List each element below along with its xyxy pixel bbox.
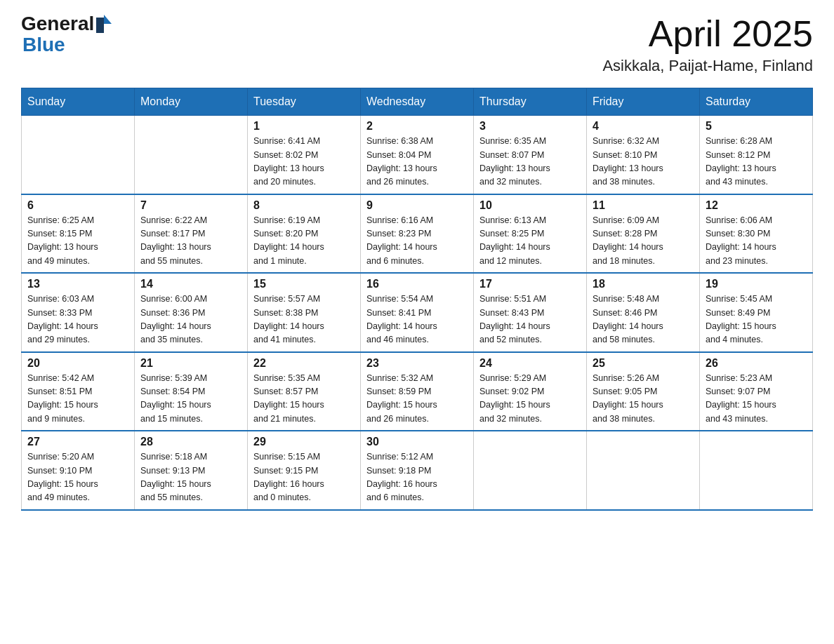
day-info: Sunrise: 6:09 AMSunset: 8:28 PMDaylight:… bbox=[593, 214, 694, 269]
day-number: 29 bbox=[253, 436, 355, 448]
calendar-header-friday: Friday bbox=[587, 88, 700, 116]
day-info: Sunrise: 5:39 AMSunset: 8:54 PMDaylight:… bbox=[140, 372, 241, 427]
day-info: Sunrise: 5:51 AMSunset: 8:43 PMDaylight:… bbox=[479, 293, 581, 347]
logo-general: General bbox=[21, 14, 112, 34]
calendar-cell: 19Sunrise: 5:45 AMSunset: 8:49 PMDayligh… bbox=[700, 273, 813, 352]
day-info: Sunrise: 5:12 AMSunset: 9:18 PMDaylight:… bbox=[366, 450, 468, 505]
day-info: Sunrise: 5:35 AMSunset: 8:57 PMDaylight:… bbox=[253, 372, 355, 427]
day-number: 20 bbox=[27, 357, 128, 370]
calendar-cell: 25Sunrise: 5:26 AMSunset: 9:05 PMDayligh… bbox=[587, 352, 700, 431]
day-info: Sunrise: 5:18 AMSunset: 9:13 PMDaylight:… bbox=[140, 450, 241, 505]
day-number: 7 bbox=[140, 199, 241, 212]
day-info: Sunrise: 5:57 AMSunset: 8:38 PMDaylight:… bbox=[253, 293, 355, 347]
day-info: Sunrise: 6:25 AMSunset: 8:15 PMDaylight:… bbox=[27, 214, 128, 269]
day-info: Sunrise: 5:32 AMSunset: 8:59 PMDaylight:… bbox=[366, 372, 468, 427]
day-number: 27 bbox=[27, 436, 128, 448]
day-number: 25 bbox=[593, 357, 694, 370]
calendar-header-sunday: Sunday bbox=[22, 88, 135, 116]
calendar-cell: 20Sunrise: 5:42 AMSunset: 8:51 PMDayligh… bbox=[22, 352, 135, 431]
day-number: 28 bbox=[140, 436, 241, 448]
day-number: 17 bbox=[479, 278, 581, 290]
calendar-cell: 29Sunrise: 5:15 AMSunset: 9:15 PMDayligh… bbox=[248, 431, 361, 510]
day-info: Sunrise: 6:41 AMSunset: 8:02 PMDaylight:… bbox=[253, 135, 355, 189]
calendar-cell bbox=[135, 116, 248, 194]
logo-blue: Blue bbox=[21, 35, 65, 55]
calendar-cell: 7Sunrise: 6:22 AMSunset: 8:17 PMDaylight… bbox=[135, 194, 248, 274]
day-info: Sunrise: 6:13 AMSunset: 8:25 PMDaylight:… bbox=[479, 214, 581, 269]
day-info: Sunrise: 5:20 AMSunset: 9:10 PMDaylight:… bbox=[27, 450, 128, 505]
calendar-cell: 5Sunrise: 6:28 AMSunset: 8:12 PMDaylight… bbox=[700, 116, 813, 194]
day-number: 14 bbox=[140, 278, 241, 290]
day-info: Sunrise: 6:38 AMSunset: 8:04 PMDaylight:… bbox=[366, 135, 468, 189]
calendar-cell bbox=[474, 431, 587, 510]
calendar-week-1: 1Sunrise: 6:41 AMSunset: 8:02 PMDaylight… bbox=[22, 116, 813, 194]
logo: General Blue bbox=[21, 14, 112, 55]
day-number: 23 bbox=[366, 357, 468, 370]
calendar-cell: 14Sunrise: 6:00 AMSunset: 8:36 PMDayligh… bbox=[135, 273, 248, 352]
day-number: 6 bbox=[27, 199, 128, 212]
calendar-cell: 2Sunrise: 6:38 AMSunset: 8:04 PMDaylight… bbox=[361, 116, 474, 194]
day-number: 8 bbox=[253, 199, 355, 212]
calendar-cell: 12Sunrise: 6:06 AMSunset: 8:30 PMDayligh… bbox=[700, 194, 813, 274]
calendar-cell bbox=[587, 431, 700, 510]
calendar-cell: 24Sunrise: 5:29 AMSunset: 9:02 PMDayligh… bbox=[474, 352, 587, 431]
subtitle: Asikkala, Paijat-Hame, Finland bbox=[602, 57, 813, 75]
day-number: 2 bbox=[366, 120, 468, 133]
calendar-cell: 26Sunrise: 5:23 AMSunset: 9:07 PMDayligh… bbox=[700, 352, 813, 431]
day-number: 26 bbox=[706, 357, 807, 370]
day-number: 9 bbox=[366, 199, 468, 212]
day-number: 13 bbox=[27, 278, 128, 290]
main-title: April 2025 bbox=[602, 14, 813, 54]
calendar-cell: 9Sunrise: 6:16 AMSunset: 8:23 PMDaylight… bbox=[361, 194, 474, 274]
calendar-week-2: 6Sunrise: 6:25 AMSunset: 8:15 PMDaylight… bbox=[22, 194, 813, 274]
day-number: 22 bbox=[253, 357, 355, 370]
calendar-cell: 13Sunrise: 6:03 AMSunset: 8:33 PMDayligh… bbox=[22, 273, 135, 352]
day-info: Sunrise: 6:35 AMSunset: 8:07 PMDaylight:… bbox=[479, 135, 581, 189]
day-number: 4 bbox=[593, 120, 694, 133]
day-number: 30 bbox=[366, 436, 468, 448]
calendar-cell: 22Sunrise: 5:35 AMSunset: 8:57 PMDayligh… bbox=[248, 352, 361, 431]
day-info: Sunrise: 5:45 AMSunset: 8:49 PMDaylight:… bbox=[706, 293, 807, 347]
day-number: 15 bbox=[253, 278, 355, 290]
day-info: Sunrise: 6:22 AMSunset: 8:17 PMDaylight:… bbox=[140, 214, 241, 269]
calendar-cell: 8Sunrise: 6:19 AMSunset: 8:20 PMDaylight… bbox=[248, 194, 361, 274]
day-number: 1 bbox=[253, 120, 355, 133]
day-info: Sunrise: 6:00 AMSunset: 8:36 PMDaylight:… bbox=[140, 293, 241, 347]
day-number: 5 bbox=[706, 120, 807, 133]
day-info: Sunrise: 6:03 AMSunset: 8:33 PMDaylight:… bbox=[27, 293, 128, 347]
calendar-cell bbox=[700, 431, 813, 510]
day-number: 16 bbox=[366, 278, 468, 290]
calendar-cell: 6Sunrise: 6:25 AMSunset: 8:15 PMDaylight… bbox=[22, 194, 135, 274]
svg-marker-1 bbox=[104, 15, 112, 24]
day-info: Sunrise: 6:28 AMSunset: 8:12 PMDaylight:… bbox=[706, 135, 807, 189]
title-section: April 2025 Asikkala, Paijat-Hame, Finlan… bbox=[602, 14, 813, 75]
day-number: 10 bbox=[479, 199, 581, 212]
day-number: 11 bbox=[593, 199, 694, 212]
day-number: 19 bbox=[706, 278, 807, 290]
day-number: 12 bbox=[706, 199, 807, 212]
page-header: General Blue April 2025 Asikkala, Paijat… bbox=[21, 14, 813, 75]
day-number: 21 bbox=[140, 357, 241, 370]
day-number: 24 bbox=[479, 357, 581, 370]
calendar-header-wednesday: Wednesday bbox=[361, 88, 474, 116]
day-info: Sunrise: 5:26 AMSunset: 9:05 PMDaylight:… bbox=[593, 372, 694, 427]
day-info: Sunrise: 6:32 AMSunset: 8:10 PMDaylight:… bbox=[593, 135, 694, 189]
day-info: Sunrise: 6:19 AMSunset: 8:20 PMDaylight:… bbox=[253, 214, 355, 269]
calendar-header-saturday: Saturday bbox=[700, 88, 813, 116]
calendar-cell: 23Sunrise: 5:32 AMSunset: 8:59 PMDayligh… bbox=[361, 352, 474, 431]
calendar-header-row: SundayMondayTuesdayWednesdayThursdayFrid… bbox=[22, 88, 813, 116]
calendar-cell: 15Sunrise: 5:57 AMSunset: 8:38 PMDayligh… bbox=[248, 273, 361, 352]
calendar-cell: 3Sunrise: 6:35 AMSunset: 8:07 PMDaylight… bbox=[474, 116, 587, 194]
day-info: Sunrise: 5:42 AMSunset: 8:51 PMDaylight:… bbox=[27, 372, 128, 427]
calendar-week-3: 13Sunrise: 6:03 AMSunset: 8:33 PMDayligh… bbox=[22, 273, 813, 352]
calendar-week-4: 20Sunrise: 5:42 AMSunset: 8:51 PMDayligh… bbox=[22, 352, 813, 431]
day-info: Sunrise: 5:48 AMSunset: 8:46 PMDaylight:… bbox=[593, 293, 694, 347]
calendar-cell: 21Sunrise: 5:39 AMSunset: 8:54 PMDayligh… bbox=[135, 352, 248, 431]
calendar-cell: 16Sunrise: 5:54 AMSunset: 8:41 PMDayligh… bbox=[361, 273, 474, 352]
calendar-cell: 4Sunrise: 6:32 AMSunset: 8:10 PMDaylight… bbox=[587, 116, 700, 194]
calendar-cell: 10Sunrise: 6:13 AMSunset: 8:25 PMDayligh… bbox=[474, 194, 587, 274]
day-info: Sunrise: 5:15 AMSunset: 9:15 PMDaylight:… bbox=[253, 450, 355, 505]
calendar-header-thursday: Thursday bbox=[474, 88, 587, 116]
calendar-week-5: 27Sunrise: 5:20 AMSunset: 9:10 PMDayligh… bbox=[22, 431, 813, 510]
calendar-cell: 17Sunrise: 5:51 AMSunset: 8:43 PMDayligh… bbox=[474, 273, 587, 352]
